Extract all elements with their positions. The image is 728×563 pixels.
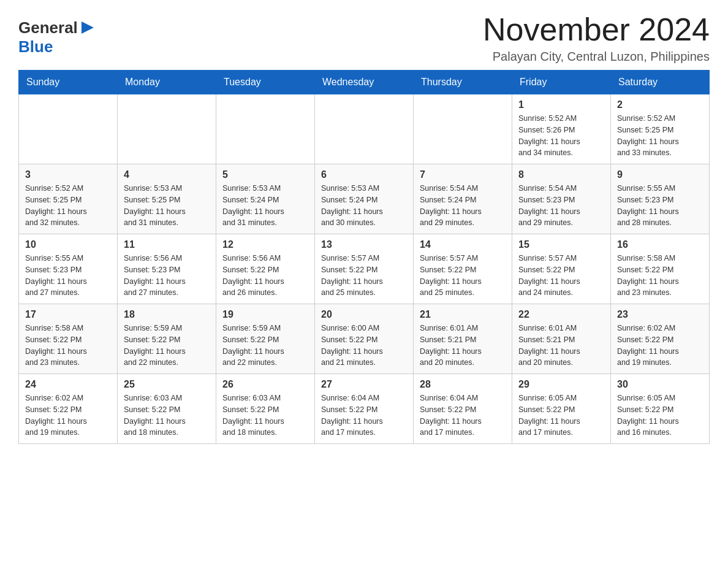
day-info: Sunrise: 5:53 AM Sunset: 5:24 PM Dayligh… xyxy=(321,183,407,229)
day-info: Sunrise: 6:02 AM Sunset: 5:22 PM Dayligh… xyxy=(25,393,111,439)
day-number: 7 xyxy=(420,169,506,180)
day-number: 26 xyxy=(222,379,308,390)
day-number: 11 xyxy=(124,239,210,250)
calendar-week-row: 17Sunrise: 5:58 AM Sunset: 5:22 PM Dayli… xyxy=(19,304,710,374)
table-row: 5Sunrise: 5:53 AM Sunset: 5:24 PM Daylig… xyxy=(216,164,315,234)
table-row: 26Sunrise: 6:03 AM Sunset: 5:22 PM Dayli… xyxy=(216,374,315,444)
title-section: November 2024 Palayan City, Central Luzo… xyxy=(483,12,710,64)
day-number: 24 xyxy=(25,379,111,390)
table-row: 20Sunrise: 6:00 AM Sunset: 5:22 PM Dayli… xyxy=(315,304,414,374)
table-row: 1Sunrise: 5:52 AM Sunset: 5:26 PM Daylig… xyxy=(512,94,611,164)
table-row: 10Sunrise: 5:55 AM Sunset: 5:23 PM Dayli… xyxy=(19,234,118,304)
col-wednesday: Wednesday xyxy=(315,71,414,94)
table-row: 16Sunrise: 5:58 AM Sunset: 5:22 PM Dayli… xyxy=(611,234,710,304)
table-row: 4Sunrise: 5:53 AM Sunset: 5:25 PM Daylig… xyxy=(118,164,216,234)
day-number: 30 xyxy=(617,379,703,390)
day-number: 13 xyxy=(321,239,407,250)
table-row: 3Sunrise: 5:52 AM Sunset: 5:25 PM Daylig… xyxy=(19,164,118,234)
day-number: 18 xyxy=(124,309,210,320)
table-row: 18Sunrise: 5:59 AM Sunset: 5:22 PM Dayli… xyxy=(118,304,216,374)
table-row: 28Sunrise: 6:04 AM Sunset: 5:22 PM Dayli… xyxy=(414,374,512,444)
table-row: 23Sunrise: 6:02 AM Sunset: 5:22 PM Dayli… xyxy=(611,304,710,374)
table-row: 11Sunrise: 5:56 AM Sunset: 5:23 PM Dayli… xyxy=(118,234,216,304)
day-number: 23 xyxy=(617,309,703,320)
col-monday: Monday xyxy=(118,71,216,94)
day-info: Sunrise: 6:02 AM Sunset: 5:22 PM Dayligh… xyxy=(617,323,703,369)
day-info: Sunrise: 6:04 AM Sunset: 5:22 PM Dayligh… xyxy=(420,393,506,439)
day-number: 17 xyxy=(25,309,111,320)
table-row: 19Sunrise: 5:59 AM Sunset: 5:22 PM Dayli… xyxy=(216,304,315,374)
calendar-week-row: 3Sunrise: 5:52 AM Sunset: 5:25 PM Daylig… xyxy=(19,164,710,234)
day-number: 19 xyxy=(222,309,308,320)
day-number: 27 xyxy=(321,379,407,390)
table-row: 27Sunrise: 6:04 AM Sunset: 5:22 PM Dayli… xyxy=(315,374,414,444)
day-info: Sunrise: 5:55 AM Sunset: 5:23 PM Dayligh… xyxy=(617,183,703,229)
table-row: 8Sunrise: 5:54 AM Sunset: 5:23 PM Daylig… xyxy=(512,164,611,234)
day-info: Sunrise: 5:52 AM Sunset: 5:26 PM Dayligh… xyxy=(518,113,604,159)
table-row: 7Sunrise: 5:54 AM Sunset: 5:24 PM Daylig… xyxy=(414,164,512,234)
table-row: 2Sunrise: 5:52 AM Sunset: 5:25 PM Daylig… xyxy=(611,94,710,164)
day-number: 1 xyxy=(518,99,604,110)
day-number: 2 xyxy=(617,99,703,110)
col-thursday: Thursday xyxy=(414,71,512,94)
table-row: 21Sunrise: 6:01 AM Sunset: 5:21 PM Dayli… xyxy=(414,304,512,374)
calendar-week-row: 1Sunrise: 5:52 AM Sunset: 5:26 PM Daylig… xyxy=(19,94,710,164)
table-row: 17Sunrise: 5:58 AM Sunset: 5:22 PM Dayli… xyxy=(19,304,118,374)
day-number: 20 xyxy=(321,309,407,320)
day-number: 5 xyxy=(222,169,308,180)
day-number: 28 xyxy=(420,379,506,390)
day-number: 29 xyxy=(518,379,604,390)
day-info: Sunrise: 6:01 AM Sunset: 5:21 PM Dayligh… xyxy=(420,323,506,369)
day-number: 15 xyxy=(518,239,604,250)
day-info: Sunrise: 5:57 AM Sunset: 5:22 PM Dayligh… xyxy=(420,253,506,299)
day-info: Sunrise: 5:52 AM Sunset: 5:25 PM Dayligh… xyxy=(617,113,703,159)
calendar-week-row: 24Sunrise: 6:02 AM Sunset: 5:22 PM Dayli… xyxy=(19,374,710,444)
day-info: Sunrise: 5:57 AM Sunset: 5:22 PM Dayligh… xyxy=(321,253,407,299)
table-row: 6Sunrise: 5:53 AM Sunset: 5:24 PM Daylig… xyxy=(315,164,414,234)
col-sunday: Sunday xyxy=(19,71,118,94)
month-title: November 2024 xyxy=(483,12,710,47)
day-info: Sunrise: 5:56 AM Sunset: 5:22 PM Dayligh… xyxy=(222,253,308,299)
day-info: Sunrise: 5:58 AM Sunset: 5:22 PM Dayligh… xyxy=(617,253,703,299)
day-number: 10 xyxy=(25,239,111,250)
calendar-week-row: 10Sunrise: 5:55 AM Sunset: 5:23 PM Dayli… xyxy=(19,234,710,304)
day-number: 9 xyxy=(617,169,703,180)
logo: General Blue xyxy=(18,18,96,56)
day-number: 8 xyxy=(518,169,604,180)
table-row: 29Sunrise: 6:05 AM Sunset: 5:22 PM Dayli… xyxy=(512,374,611,444)
logo-general-text: General xyxy=(18,18,78,37)
day-info: Sunrise: 6:03 AM Sunset: 5:22 PM Dayligh… xyxy=(124,393,210,439)
table-row: 12Sunrise: 5:56 AM Sunset: 5:22 PM Dayli… xyxy=(216,234,315,304)
table-row xyxy=(216,94,315,164)
day-number: 12 xyxy=(222,239,308,250)
day-number: 4 xyxy=(124,169,210,180)
table-row: 9Sunrise: 5:55 AM Sunset: 5:23 PM Daylig… xyxy=(611,164,710,234)
calendar-table: Sunday Monday Tuesday Wednesday Thursday… xyxy=(18,70,710,444)
day-number: 16 xyxy=(617,239,703,250)
day-info: Sunrise: 5:57 AM Sunset: 5:22 PM Dayligh… xyxy=(518,253,604,299)
day-info: Sunrise: 6:05 AM Sunset: 5:22 PM Dayligh… xyxy=(617,393,703,439)
table-row xyxy=(414,94,512,164)
day-info: Sunrise: 5:56 AM Sunset: 5:23 PM Dayligh… xyxy=(124,253,210,299)
day-info: Sunrise: 6:05 AM Sunset: 5:22 PM Dayligh… xyxy=(518,393,604,439)
table-row: 14Sunrise: 5:57 AM Sunset: 5:22 PM Dayli… xyxy=(414,234,512,304)
table-row: 15Sunrise: 5:57 AM Sunset: 5:22 PM Dayli… xyxy=(512,234,611,304)
day-number: 3 xyxy=(25,169,111,180)
day-info: Sunrise: 6:04 AM Sunset: 5:22 PM Dayligh… xyxy=(321,393,407,439)
day-number: 6 xyxy=(321,169,407,180)
col-friday: Friday xyxy=(512,71,611,94)
day-number: 25 xyxy=(124,379,210,390)
table-row: 13Sunrise: 5:57 AM Sunset: 5:22 PM Dayli… xyxy=(315,234,414,304)
day-info: Sunrise: 6:03 AM Sunset: 5:22 PM Dayligh… xyxy=(222,393,308,439)
logo-blue-text: Blue xyxy=(18,37,53,56)
table-row: 25Sunrise: 6:03 AM Sunset: 5:22 PM Dayli… xyxy=(118,374,216,444)
table-row xyxy=(19,94,118,164)
col-saturday: Saturday xyxy=(611,71,710,94)
day-info: Sunrise: 5:53 AM Sunset: 5:24 PM Dayligh… xyxy=(222,183,308,229)
day-number: 21 xyxy=(420,309,506,320)
day-number: 14 xyxy=(420,239,506,250)
day-info: Sunrise: 5:53 AM Sunset: 5:25 PM Dayligh… xyxy=(124,183,210,229)
table-row: 24Sunrise: 6:02 AM Sunset: 5:22 PM Dayli… xyxy=(19,374,118,444)
day-number: 22 xyxy=(518,309,604,320)
location-subtitle: Palayan City, Central Luzon, Philippines xyxy=(483,50,710,64)
